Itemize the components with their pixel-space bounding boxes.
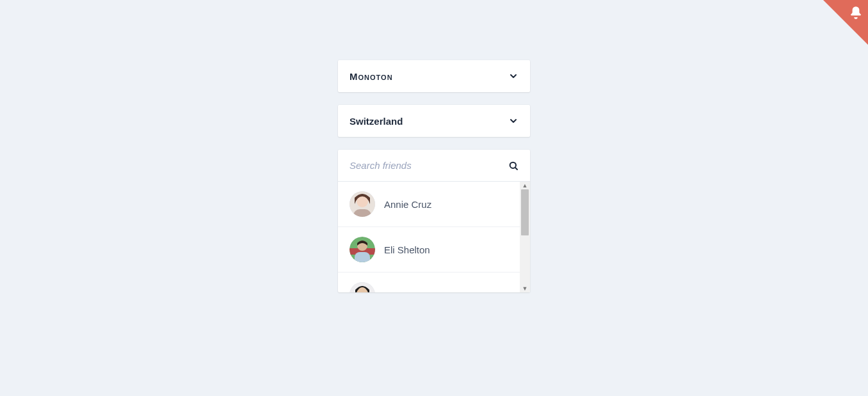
search-button[interactable] [508, 161, 518, 171]
scrollbar[interactable]: ▲ ▼ [520, 182, 530, 292]
bell-icon [848, 5, 864, 22]
friend-search-input[interactable] [350, 160, 508, 171]
country-dropdown-label: Switzerland [350, 116, 403, 127]
corner-ribbon[interactable] [823, 0, 868, 45]
friend-list-wrap: Annie Cruz Eli Shelton Loretta Ramos ▲ [338, 182, 530, 292]
svg-line-1 [515, 168, 517, 170]
list-item-label: Annie Cruz [384, 199, 431, 210]
avatar [350, 282, 375, 292]
chevron-down-icon [508, 116, 518, 126]
list-item-label: Loretta Ramos [384, 290, 447, 293]
scrollbar-thumb[interactable] [521, 189, 529, 235]
scrollbar-up-arrow[interactable]: ▲ [520, 182, 530, 189]
scrollbar-down-arrow[interactable]: ▼ [520, 285, 530, 292]
font-dropdown-label: Monoton [350, 71, 393, 82]
friend-list[interactable]: Annie Cruz Eli Shelton Loretta Ramos [338, 182, 530, 292]
font-dropdown[interactable]: Monoton [338, 60, 530, 92]
list-item[interactable]: Annie Cruz [338, 182, 520, 227]
search-icon [508, 161, 518, 171]
avatar [350, 191, 375, 217]
chevron-down-icon [508, 71, 518, 81]
list-item[interactable]: Eli Shelton [338, 227, 520, 273]
list-item[interactable]: Loretta Ramos [338, 273, 520, 292]
search-row [338, 150, 530, 182]
avatar [350, 237, 375, 262]
list-item-label: Eli Shelton [384, 244, 430, 255]
svg-rect-10 [355, 252, 370, 262]
friend-search-card: Annie Cruz Eli Shelton Loretta Ramos ▲ [338, 150, 530, 292]
country-dropdown[interactable]: Switzerland [338, 105, 530, 137]
